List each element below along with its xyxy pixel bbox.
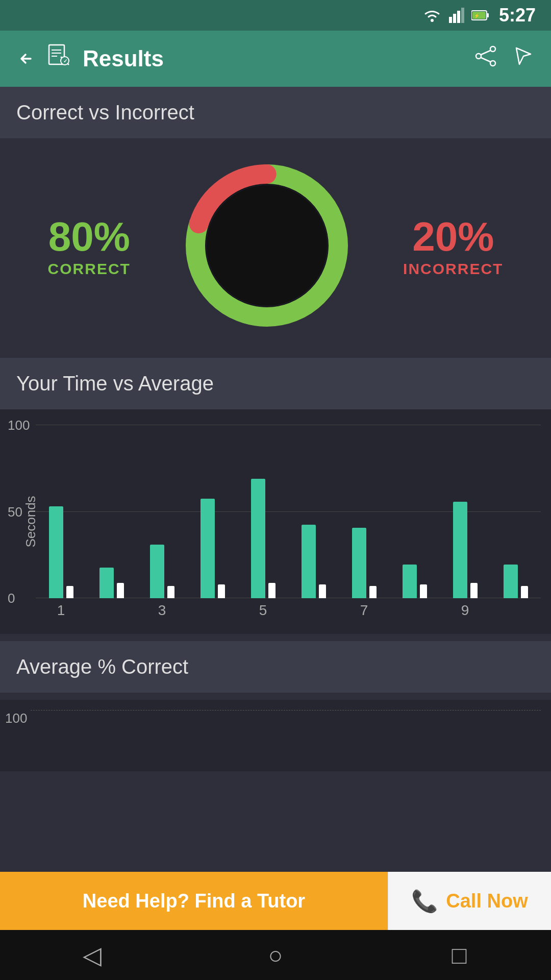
battery-icon: ⚡ xyxy=(471,9,490,21)
bar-group-7 xyxy=(339,528,389,598)
bookmark-button[interactable] xyxy=(512,45,535,72)
svg-point-15 xyxy=(490,46,495,52)
bar-group-4 xyxy=(187,499,238,598)
svg-point-25 xyxy=(207,185,327,306)
svg-text:⚡: ⚡ xyxy=(474,13,480,19)
top-bar-actions xyxy=(474,45,535,72)
bar-group-9 xyxy=(440,502,490,598)
x-label-2 xyxy=(86,602,137,619)
x-label-8 xyxy=(389,602,440,619)
back-button[interactable] xyxy=(16,50,35,68)
donut-section: 80% CORRECT 20% INCORRECT xyxy=(0,138,551,358)
x-label-7: 7 xyxy=(339,602,389,619)
time-section-header: Your Time vs Average xyxy=(0,358,551,409)
time-section-title: Your Time vs Average xyxy=(16,372,535,395)
correct-text: CORRECT xyxy=(48,260,131,278)
avg-section-header: Average % Correct xyxy=(0,641,551,693)
top-bar: ✓ Results xyxy=(0,31,551,87)
status-bar: ⚡ 5:27 xyxy=(0,0,551,31)
svg-point-17 xyxy=(476,54,481,59)
call-now-label: Call Now xyxy=(446,890,528,912)
time-chart-section: Seconds 100 50 0 13579 xyxy=(0,409,551,634)
find-tutor-label: Need Help? Find a Tutor xyxy=(83,890,305,912)
svg-line-19 xyxy=(481,58,490,62)
incorrect-percentage: 20% xyxy=(403,213,503,260)
avg-bar-4 xyxy=(218,584,225,598)
bar-group-1 xyxy=(36,506,86,598)
status-icons: ⚡ xyxy=(422,8,490,23)
grid-label-100: 100 xyxy=(8,418,30,433)
signal-icon xyxy=(449,8,464,23)
bottom-banner: Need Help? Find a Tutor 📞 Call Now xyxy=(0,872,551,930)
avg-bar-1 xyxy=(66,586,73,598)
svg-rect-2 xyxy=(453,14,456,23)
svg-text:✓: ✓ xyxy=(63,58,67,64)
grid-label-0: 0 xyxy=(8,591,15,606)
grid-line-100: 100 xyxy=(36,425,541,425)
avg-chart-area: 100 xyxy=(0,700,551,771)
avg-bar-5 xyxy=(268,583,276,598)
x-label-1: 1 xyxy=(36,602,86,619)
phone-icon: 📞 xyxy=(411,889,438,914)
bar-group-2 xyxy=(86,568,137,598)
svg-rect-3 xyxy=(457,11,460,23)
user-bar-2 xyxy=(99,568,114,598)
donut-chart xyxy=(185,164,348,327)
bars-container xyxy=(36,445,541,598)
call-now-button[interactable]: 📞 Call Now xyxy=(388,872,551,930)
nav-home-button[interactable]: ○ xyxy=(255,935,296,975)
avg-grid-line-100: 100 xyxy=(31,710,541,710)
nav-back-icon: ◁ xyxy=(83,941,102,969)
avg-bar-7 xyxy=(369,586,377,598)
nav-bar: ◁ ○ □ xyxy=(0,930,551,980)
svg-point-0 xyxy=(431,19,434,22)
avg-bar-10 xyxy=(521,586,528,598)
x-label-4 xyxy=(187,602,238,619)
avg-section: 100 xyxy=(0,700,551,771)
nav-back-button[interactable]: ◁ xyxy=(71,935,112,975)
bar-group-8 xyxy=(389,565,440,598)
bar-group-6 xyxy=(288,525,339,598)
document-icon: ✓ xyxy=(47,44,70,74)
user-bar-7 xyxy=(352,528,366,598)
nav-recents-icon: □ xyxy=(452,941,467,969)
wifi-icon xyxy=(422,8,442,22)
x-label-10 xyxy=(490,602,541,619)
x-label-6 xyxy=(288,602,339,619)
grid-label-50: 50 xyxy=(8,504,22,520)
svg-rect-4 xyxy=(461,8,464,23)
share-button[interactable] xyxy=(474,45,497,72)
nav-recents-button[interactable]: □ xyxy=(439,935,480,975)
avg-bar-9 xyxy=(470,583,478,598)
incorrect-text: INCORRECT xyxy=(403,260,503,278)
avg-bar-2 xyxy=(117,583,124,598)
svg-rect-6 xyxy=(487,13,489,17)
avg-grid-label-100: 100 xyxy=(5,710,27,726)
svg-point-16 xyxy=(490,61,495,66)
find-tutor-button[interactable]: Need Help? Find a Tutor xyxy=(0,872,388,930)
x-label-3: 3 xyxy=(137,602,187,619)
correct-label: 80% CORRECT xyxy=(48,213,131,278)
user-bar-4 xyxy=(201,499,215,598)
user-bar-9 xyxy=(453,502,467,598)
chart-area: Seconds 100 50 0 13579 xyxy=(0,409,551,634)
page-title: Results xyxy=(83,46,462,71)
user-bar-6 xyxy=(302,525,316,598)
chart-grid: 100 50 0 xyxy=(36,425,541,598)
avg-bar-3 xyxy=(167,586,174,598)
avg-grid: 100 xyxy=(31,710,541,761)
x-axis: 13579 xyxy=(36,598,541,619)
avg-section-title: Average % Correct xyxy=(16,655,535,678)
correct-section-title: Correct vs Incorrect xyxy=(16,101,535,124)
bar-group-3 xyxy=(137,545,187,598)
user-bar-3 xyxy=(150,545,164,598)
user-bar-5 xyxy=(251,479,265,598)
user-bar-8 xyxy=(403,565,417,598)
nav-home-icon: ○ xyxy=(268,941,283,969)
avg-bar-6 xyxy=(319,584,326,598)
bar-group-5 xyxy=(238,479,288,598)
correct-section-header: Correct vs Incorrect xyxy=(0,87,551,138)
x-label-5: 5 xyxy=(238,602,288,619)
avg-bar-8 xyxy=(420,584,427,598)
user-bar-1 xyxy=(49,506,63,598)
